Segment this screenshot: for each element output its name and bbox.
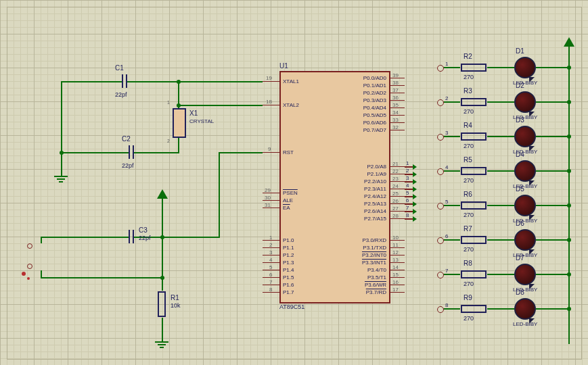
net-terminal[interactable] — [437, 134, 444, 141]
resistor[interactable] — [460, 166, 487, 176]
wire — [487, 274, 514, 275]
pin-name: P0.3/AD3 — [354, 97, 386, 103]
wire — [443, 101, 460, 103]
net-terminal[interactable] — [437, 272, 444, 278]
led[interactable] — [514, 91, 536, 113]
c3-val: 22pf — [139, 235, 151, 241]
wire — [61, 81, 62, 176]
pin-num: 39 — [392, 72, 399, 78]
resistor[interactable] — [460, 62, 487, 73]
net-label: 4 — [406, 182, 409, 189]
net-terminal[interactable] — [437, 203, 444, 210]
c1-val: 22pf — [115, 91, 127, 98]
pin-num: 9 — [268, 146, 271, 152]
resistor[interactable] — [460, 97, 487, 107]
res-ref: R3 — [463, 87, 472, 95]
pin-name: P0.5/AD5 — [354, 112, 386, 118]
wire — [61, 152, 129, 153]
net-terminal[interactable] — [437, 306, 444, 313]
pin-name: P2.6/A14 — [354, 208, 386, 214]
net-terminal[interactable] — [437, 99, 444, 106]
pin-num: 6 — [269, 272, 272, 278]
pin-name: P0.7/AD7 — [354, 127, 386, 133]
pin-line — [263, 152, 279, 153]
resistor[interactable] — [460, 235, 487, 245]
wire — [41, 237, 129, 238]
res-ref: R9 — [463, 294, 472, 301]
pin-num: 3 — [269, 249, 272, 256]
net-label: 7 — [445, 268, 448, 274]
svg-rect-5 — [461, 202, 486, 209]
junction — [567, 238, 571, 242]
pin-num: 22 — [392, 168, 399, 174]
led[interactable] — [514, 126, 536, 147]
pin-num: 32 — [392, 124, 399, 130]
net-label: 3 — [406, 175, 409, 181]
wire — [443, 170, 460, 172]
wire — [487, 239, 514, 241]
led-ref: D5 — [516, 185, 524, 193]
pin-num: 25 — [392, 191, 399, 197]
pin-name: P0.6/AD6 — [354, 120, 386, 126]
net-terminal[interactable] — [437, 168, 444, 175]
net-label: 2 — [406, 168, 409, 174]
resistor[interactable] — [460, 131, 487, 142]
pin-num: 31 — [265, 202, 271, 208]
x1-pin2: 2 — [167, 139, 170, 143]
c2-ref: C2 — [122, 135, 131, 143]
pin-num: 29 — [265, 187, 271, 193]
led-ref: D1 — [516, 47, 524, 55]
resistor[interactable] — [460, 269, 487, 280]
pin-name: P3.3/INT1 — [354, 260, 386, 266]
wire — [568, 47, 570, 344]
pin-name: P3.4/T0 — [354, 267, 386, 273]
res-r1[interactable] — [156, 291, 169, 318]
res-ref: R2 — [463, 53, 472, 60]
pin-num: 13 — [392, 257, 399, 263]
pin-num: 11 — [392, 242, 399, 248]
pin-num: 36 — [392, 95, 399, 101]
res-ref: R8 — [463, 260, 472, 267]
r1-val: 10k — [171, 302, 181, 309]
led[interactable] — [514, 195, 536, 216]
res-ref: R4 — [463, 122, 472, 129]
pin-name: P1.7 — [283, 289, 294, 295]
svg-rect-8 — [461, 306, 486, 312]
wire — [487, 308, 514, 310]
pin-num: 4 — [269, 257, 272, 263]
net-terminal[interactable] — [437, 237, 444, 244]
pin-num: 27 — [392, 205, 399, 212]
pin-num: 5 — [269, 264, 272, 270]
pin-name: P2.1/A9 — [354, 171, 386, 177]
net-arrow — [413, 209, 417, 214]
led[interactable] — [514, 229, 536, 251]
net-label: 6 — [445, 233, 448, 239]
wire — [61, 81, 122, 82]
led[interactable] — [514, 57, 536, 78]
pin-line — [263, 81, 279, 82]
wire — [443, 308, 460, 310]
net-arrow — [413, 172, 417, 177]
led[interactable] — [514, 298, 536, 320]
chip-ref: U1 — [279, 62, 288, 70]
wire — [41, 277, 163, 278]
pin-name: P1.3 — [283, 260, 294, 266]
net-arrow — [413, 187, 417, 192]
net-arrow — [413, 201, 417, 207]
wire — [443, 136, 460, 137]
pin-num: 38 — [392, 80, 399, 86]
crystal-x1[interactable] — [173, 108, 186, 138]
led[interactable] — [514, 160, 536, 182]
pin-num: 23 — [392, 176, 399, 182]
resistor[interactable] — [460, 303, 487, 314]
pin-num: 21 — [392, 161, 399, 167]
res-ref: R5 — [463, 156, 472, 164]
wire — [536, 170, 569, 172]
resistor[interactable] — [460, 200, 487, 211]
wire — [487, 67, 514, 68]
wire — [41, 270, 42, 277]
pin-name: P2.2/A10 — [354, 178, 386, 185]
led[interactable] — [514, 264, 536, 285]
wire — [536, 239, 569, 241]
net-terminal[interactable] — [437, 65, 444, 72]
